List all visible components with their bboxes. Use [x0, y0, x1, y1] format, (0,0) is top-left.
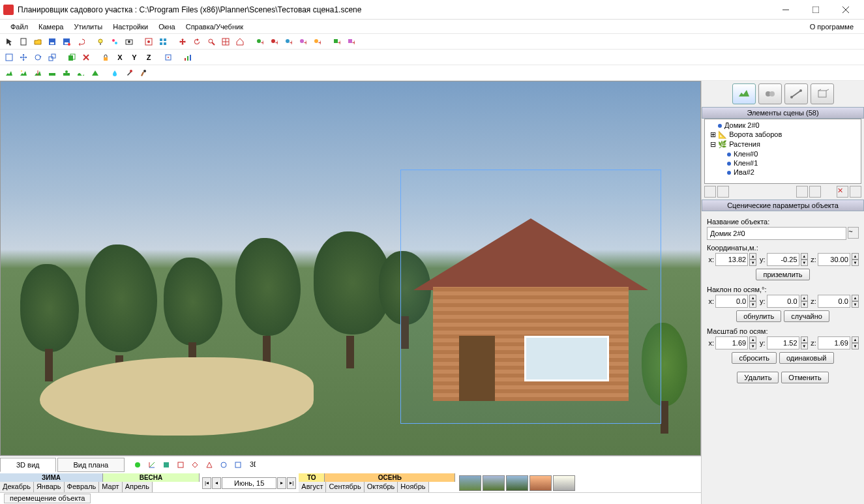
- mode-box-icon[interactable]: [811, 83, 834, 104]
- add4-icon[interactable]: +: [296, 35, 309, 48]
- mode-terrain-icon[interactable]: [732, 83, 756, 104]
- month-feb[interactable]: Февраль: [65, 482, 100, 492]
- tree-expand-icon[interactable]: [704, 186, 716, 198]
- cancel-button[interactable]: Отменить: [781, 372, 828, 383]
- play-icon[interactable]: [131, 458, 144, 471]
- shape1-icon[interactable]: [174, 458, 187, 471]
- terrain3-icon[interactable]: [31, 67, 44, 80]
- tree-down-icon[interactable]: [809, 186, 821, 198]
- add3-icon[interactable]: +: [282, 35, 295, 48]
- menu-settings[interactable]: Настройки: [108, 22, 153, 32]
- home-icon[interactable]: [233, 35, 246, 48]
- scale-z-input[interactable]: [818, 336, 850, 349]
- tree-node-maple1[interactable]: Клен#1: [708, 158, 858, 168]
- sky-thumb-4[interactable]: [529, 475, 552, 491]
- date-prev[interactable]: ◂: [212, 477, 221, 489]
- tree-node-plants[interactable]: ⊟ 🌿 Растения: [708, 140, 858, 149]
- effects-icon[interactable]: [108, 35, 121, 48]
- tilt-z-input[interactable]: [818, 295, 850, 308]
- terrain6-icon[interactable]: [74, 67, 87, 80]
- menu-help[interactable]: Справка/Учебник: [181, 22, 248, 32]
- menu-about[interactable]: О программе: [805, 22, 859, 32]
- month-nov[interactable]: Ноябрь: [398, 482, 428, 492]
- tab-3d-view[interactable]: 3D вид: [0, 458, 56, 472]
- date-first[interactable]: |◂: [202, 477, 211, 489]
- y-axis[interactable]: Y: [128, 51, 141, 64]
- shape3-icon[interactable]: [203, 458, 216, 471]
- tree-up-icon[interactable]: [796, 186, 808, 198]
- ground-button[interactable]: приземлить: [756, 269, 809, 280]
- delete-icon[interactable]: [80, 51, 93, 64]
- month-jan[interactable]: Январь: [34, 482, 65, 492]
- axis-icon[interactable]: [145, 458, 158, 471]
- rotate2-icon[interactable]: [31, 51, 44, 64]
- menu-camera[interactable]: Камера: [33, 22, 68, 32]
- z-axis[interactable]: Z: [142, 51, 155, 64]
- tree-refresh-icon[interactable]: [850, 186, 861, 198]
- scale-x-input[interactable]: [715, 336, 748, 349]
- saveas-icon[interactable]: [60, 35, 73, 48]
- date-next[interactable]: ▸: [277, 477, 286, 489]
- terrain7-icon[interactable]: [89, 67, 102, 80]
- mode-measure-icon[interactable]: [784, 83, 808, 104]
- minimize-button[interactable]: [771, 0, 801, 20]
- scale-x-spin[interactable]: ▲▼: [749, 336, 756, 349]
- new-icon[interactable]: [17, 35, 30, 48]
- move-icon[interactable]: [176, 35, 189, 48]
- menu-utilities[interactable]: Утилиты: [69, 22, 108, 32]
- bulb-icon[interactable]: [94, 35, 107, 48]
- object-name-input[interactable]: [707, 227, 846, 240]
- coord-y-input[interactable]: [767, 253, 799, 266]
- month-sep[interactable]: Сентябрь: [326, 482, 364, 492]
- tilt-x-spin[interactable]: ▲▼: [749, 295, 756, 308]
- tree-delete-icon[interactable]: ✕: [837, 186, 848, 198]
- coord-z-input[interactable]: [818, 253, 850, 266]
- shape4-icon[interactable]: [217, 458, 230, 471]
- shape5-icon[interactable]: [231, 458, 245, 471]
- terrain1-icon[interactable]: [3, 67, 16, 80]
- tilt-x-input[interactable]: [715, 295, 748, 308]
- rotate-icon[interactable]: [190, 35, 203, 48]
- tree-collapse-icon[interactable]: [717, 186, 729, 198]
- terrain4-icon[interactable]: [46, 67, 59, 80]
- add1-icon[interactable]: +: [253, 35, 266, 48]
- grid-icon[interactable]: [156, 35, 170, 48]
- select-icon[interactable]: [3, 35, 16, 48]
- scale-z-spin[interactable]: ▲▼: [852, 336, 859, 349]
- x-axis[interactable]: X: [113, 51, 127, 64]
- mode-objects-icon[interactable]: [758, 83, 782, 104]
- copy-icon[interactable]: [65, 51, 78, 64]
- chart-icon[interactable]: [181, 51, 194, 64]
- terrain2-icon[interactable]: [17, 67, 30, 80]
- 3d-viewport[interactable]: [0, 81, 701, 456]
- target-icon[interactable]: [219, 35, 232, 48]
- add6-icon[interactable]: +: [330, 35, 343, 48]
- terrain5-icon[interactable]: [60, 67, 73, 80]
- sky-thumb-2[interactable]: [483, 475, 505, 491]
- sky-thumb-1[interactable]: [459, 475, 481, 491]
- month-aug[interactable]: Август: [299, 482, 326, 492]
- scale-y-input[interactable]: [767, 336, 799, 349]
- add5-icon[interactable]: +: [310, 35, 323, 48]
- coord-x-input[interactable]: [715, 253, 748, 266]
- tilt-y-input[interactable]: [767, 295, 799, 308]
- zero-button[interactable]: обнулить: [736, 310, 781, 322]
- month-apr[interactable]: Апрель: [123, 482, 153, 492]
- tab-plan-view[interactable]: Вид плана: [57, 458, 125, 472]
- tree-node-maple0[interactable]: Клен#0: [708, 149, 858, 158]
- frame-icon[interactable]: [3, 51, 16, 64]
- undo-icon[interactable]: [74, 35, 87, 48]
- tilt-y-spin[interactable]: ▲▼: [801, 295, 808, 308]
- scale-icon[interactable]: [46, 51, 59, 64]
- maximize-button[interactable]: [801, 0, 831, 20]
- menu-file[interactable]: Файл: [5, 22, 33, 32]
- lock-icon[interactable]: [99, 51, 112, 64]
- coord-x-spin[interactable]: ▲▼: [749, 253, 756, 266]
- scene-icon[interactable]: [142, 35, 155, 48]
- random-button[interactable]: случайно: [784, 310, 829, 322]
- brush-icon[interactable]: [137, 67, 150, 80]
- add7-icon[interactable]: +: [344, 35, 357, 48]
- scene-tree[interactable]: Домик 2#0 ⊞ 📐 Ворота заборов ⊟ 🌿 Растени…: [704, 119, 861, 184]
- add2-icon[interactable]: +: [267, 35, 280, 48]
- scale-y-spin[interactable]: ▲▼: [801, 336, 808, 349]
